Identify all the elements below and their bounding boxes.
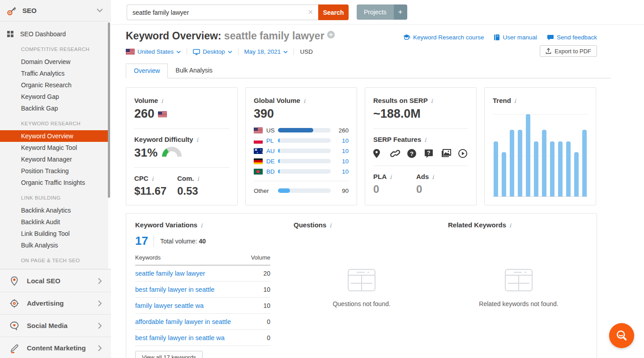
support-chat-button[interactable] [609,323,634,348]
us-flag-icon [254,128,263,133]
info-icon[interactable]: i [390,174,392,180]
serp-features-title: SERP Featuresi [373,136,468,143]
add-keyword-icon[interactable] [327,31,335,38]
sidebar-item-domain-overview[interactable]: Domain Overview [0,56,111,68]
info-icon[interactable]: i [431,98,433,104]
sidebar-item-keyword-magic-tool[interactable]: Keyword Magic Tool [0,142,111,153]
info-icon[interactable]: i [329,222,331,229]
info-icon[interactable]: i [152,175,154,182]
empty-table-icon [294,269,430,292]
sidebar-item-backlink-audit[interactable]: Backlink Audit [0,216,111,228]
add-project-button[interactable]: + [394,4,407,20]
keyword-link[interactable]: best family lawyer in seattle wa [135,334,225,341]
global-volume-row-de: DE10 [254,156,349,166]
sidebar-item-seo-dashboard[interactable]: SEO Dashboard [0,28,111,40]
keyword-volume: 0 [247,330,270,346]
sidebar-scrollbar-thumb[interactable] [108,22,110,198]
table-row: family lawyer seattle wa10 [135,298,270,314]
country-code[interactable]: PL [266,137,278,144]
info-icon[interactable]: i [161,98,163,104]
trend-bar-6 [534,141,538,196]
quick-links: Keyword Research courseUser manualSend f… [403,34,597,41]
us-flag-icon [158,111,167,117]
volume-title: Volumei [134,97,229,104]
images-icon[interactable] [441,149,450,158]
clear-search-icon[interactable]: ✕ [308,9,313,16]
sidebar-group-local-seo[interactable]: Local SEO [0,270,111,292]
sidebar-item-keyword-overview[interactable]: Keyword Overview [0,130,111,142]
sidebar-header[interactable]: SEO [0,0,111,21]
search-button[interactable]: Search [318,4,349,20]
keyword-link[interactable]: affordable family lawyer in seattle [135,318,231,325]
sidebar-group-social-media[interactable]: Social Media [0,315,111,337]
cpc-title: CPCi [134,175,177,182]
info-icon[interactable]: i [303,98,305,104]
sidebar-group-content-marketing[interactable]: Content Marketing [0,337,111,358]
export-to-pdf-button[interactable]: Export to PDF [540,45,597,57]
sidebar-item-organic-research[interactable]: Organic Research [0,79,111,91]
volume-value: 90 [331,188,349,194]
volume-value: 10 [331,148,349,154]
info-icon[interactable]: i [200,222,202,229]
sidebar-group-advertising[interactable]: Advertising [0,292,111,315]
column-header-volume[interactable]: Volume [247,254,270,265]
divider [187,48,187,55]
bubble-heart-icon [9,320,20,331]
projects-button[interactable]: Projects [357,4,394,20]
global-volume-row-au: AU10 [254,146,349,156]
view-all-keywords-button[interactable]: View all 17 keywords [135,351,203,358]
tab-overview[interactable]: Overview [126,64,168,78]
sitelinks-icon[interactable] [390,149,399,158]
info-icon[interactable]: i [432,174,434,180]
link-send-feedback[interactable]: Send feedback [547,34,597,41]
instant-answer-icon[interactable]: ? [407,149,416,158]
sidebar-item-keyword-manager[interactable]: Keyword Manager [0,153,111,165]
bd-flag-icon [254,169,263,175]
sidebar-item-backlink-gap[interactable]: Backlink Gap [0,102,111,114]
column-header-keywords[interactable]: Keywords [135,254,247,265]
video-icon[interactable] [458,149,467,158]
table-row: seattle family law lawyer20 [135,265,270,281]
link-user-manual[interactable]: User manual [494,34,537,41]
variations-count: 17 [135,234,148,248]
search-input[interactable] [127,4,318,20]
sidebar-item-organic-traffic-insights[interactable]: Organic Traffic Insights [0,177,111,188]
com-title: Com.i [177,175,199,182]
sidebar-item-keyword-gap[interactable]: Keyword Gap [0,91,111,102]
chevron-down-icon[interactable] [97,9,103,13]
info-icon[interactable]: i [514,98,516,104]
volume-bar [278,188,331,193]
keyword-link[interactable]: seattle family law lawyer [135,270,205,277]
country-code[interactable]: DE [266,158,278,165]
tab-bulk-analysis[interactable]: Bulk Analysis [168,64,220,78]
keyword-link[interactable]: family lawyer seattle wa [135,302,204,309]
sidebar-item-position-tracking[interactable]: Position Tracking [0,165,111,177]
trend-bar-9 [558,141,563,196]
link-keyword-research-course[interactable]: Keyword Research course [403,34,484,41]
sidebar-section-label: ON PAGE & TECH SEO [0,257,111,264]
sidebar-item-backlink-analytics[interactable]: Backlink Analytics [0,205,111,216]
trend-title: Trendi [493,97,588,104]
info-icon[interactable]: i [197,175,199,182]
sidebar-item-traffic-analytics[interactable]: Traffic Analytics [0,68,111,79]
country-code[interactable]: BD [266,168,278,175]
kd-title: Keyword Difficultyi [134,136,229,143]
device-filter[interactable]: Desktop [193,48,232,55]
global-volume-title: Global Volumei [254,97,349,104]
keyword-link[interactable]: best family lawyer in seattle [135,286,214,293]
info-icon[interactable]: i [509,222,511,229]
country-code[interactable]: AU [266,148,278,154]
sidebar-item-bulk-analysis[interactable]: Bulk Analysis [0,239,111,251]
feedback-bubble-icon [547,34,554,41]
projects-group: Projects + [357,4,407,20]
local-pack-icon[interactable] [373,149,382,158]
sidebar-item-link-building-tool[interactable]: Link Building Tool [0,228,111,239]
sidebar-section-label: LINK BUILDING [0,195,111,201]
info-icon[interactable]: i [196,136,198,143]
trend-card: Trendi [484,87,596,205]
info-icon[interactable]: i [424,136,426,143]
country-filter[interactable]: United States [126,48,181,55]
people-also-ask-icon[interactable]: ? [424,149,433,158]
date-filter[interactable]: May 18, 2021 [244,48,288,55]
volume-bar [278,138,331,143]
